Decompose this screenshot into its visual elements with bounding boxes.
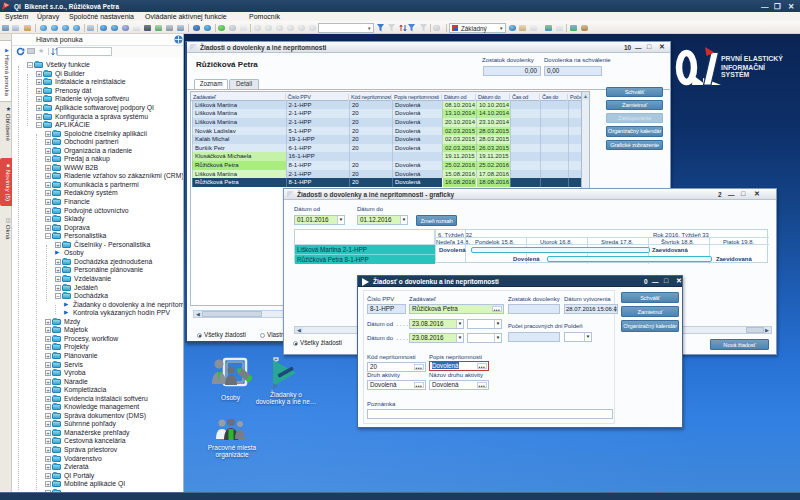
svg-text:SYSTÉM: SYSTÉM [721, 70, 750, 78]
svg-text:PRVNÍ ELASTICKÝ: PRVNÍ ELASTICKÝ [721, 54, 783, 62]
svg-text:INFORMAČNÍ: INFORMAČNÍ [721, 63, 766, 71]
